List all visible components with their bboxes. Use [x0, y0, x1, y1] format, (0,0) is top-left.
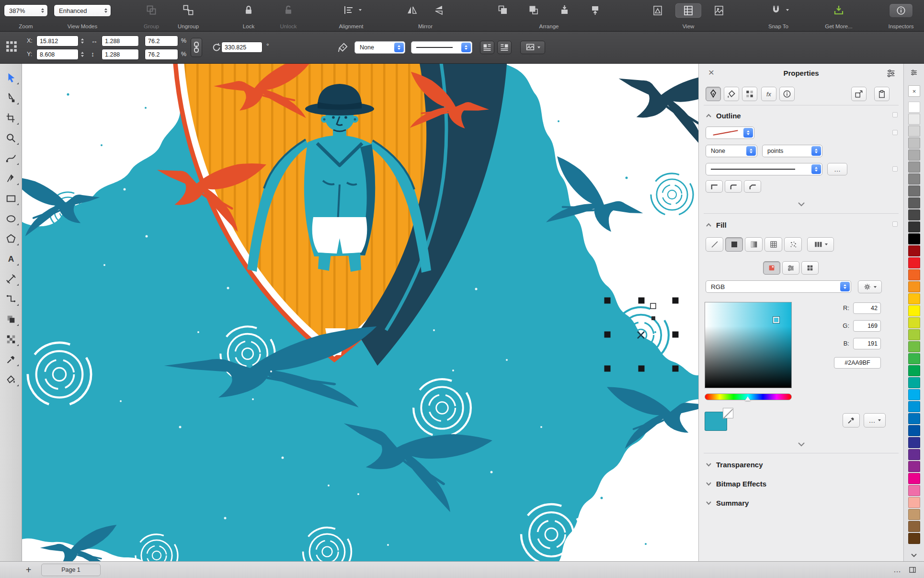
outline-units-select[interactable]: points [762, 145, 822, 157]
status-panel-toggle-icon[interactable] [909, 566, 916, 574]
tab-transparency[interactable] [742, 87, 757, 101]
fill-more-button[interactable]: … [864, 413, 886, 428]
outline-style-preview-select[interactable] [706, 127, 754, 139]
palette-swatch[interactable] [908, 353, 920, 364]
tab-clipboard[interactable] [874, 87, 890, 101]
fill-expander[interactable] [699, 442, 903, 447]
palette-swatch[interactable] [908, 401, 920, 412]
color-options-gear-select[interactable] [858, 280, 882, 293]
corner-round-button[interactable] [725, 180, 742, 193]
palette-swatch[interactable] [908, 293, 920, 304]
y-stepper[interactable] [79, 49, 86, 60]
wrap-text-alt-button[interactable] [497, 41, 512, 54]
fill-none-button[interactable] [706, 237, 723, 252]
forward-one-button[interactable] [557, 3, 572, 17]
palette-swatch[interactable] [908, 437, 920, 448]
tool-shape-button[interactable] [0, 88, 22, 108]
zoom-select[interactable]: 387% [4, 4, 48, 17]
palette-swatch[interactable] [908, 150, 920, 161]
palette-swatch[interactable] [908, 365, 920, 376]
tool-text-button[interactable]: A [0, 249, 22, 269]
palette-swatch[interactable] [908, 533, 920, 544]
fill-fountain-button[interactable] [745, 237, 763, 252]
tool-polygon-button[interactable] [0, 229, 22, 249]
palette-swatch[interactable] [908, 521, 920, 532]
palette-swatch[interactable] [908, 126, 920, 137]
palette-swatch[interactable] [908, 173, 920, 185]
palette-swatch[interactable] [908, 509, 920, 520]
view-modes-select[interactable]: Enhanced [54, 4, 111, 17]
palette-swatch[interactable] [908, 209, 920, 220]
g-channel-input[interactable] [853, 320, 881, 332]
fill-texture-button[interactable] [784, 237, 802, 252]
scale-height-input[interactable] [145, 49, 178, 60]
outline-expander[interactable] [699, 202, 903, 207]
palette-swatch[interactable] [908, 245, 920, 256]
palette-swatch[interactable] [908, 329, 920, 340]
palette-swatch[interactable] [908, 233, 920, 244]
no-fill-mini-swatch[interactable] [723, 408, 733, 418]
alignment-button[interactable]: Alignment [332, 0, 370, 31]
tab-summary[interactable] [779, 87, 795, 101]
tool-pick-button[interactable] [0, 68, 22, 88]
object-height-input[interactable] [102, 49, 139, 60]
palette-swatch[interactable] [908, 305, 920, 316]
palette-swatch[interactable] [908, 389, 920, 400]
fill-uniform-button[interactable] [725, 237, 743, 252]
node-handle-solid[interactable] [651, 316, 655, 320]
frame-options-select[interactable] [520, 41, 545, 54]
lock-ratio-button[interactable] [191, 38, 202, 57]
palette-swatch[interactable] [908, 425, 920, 436]
palette-swatch[interactable] [908, 461, 920, 472]
get-more-button[interactable]: Get More... [821, 0, 856, 31]
rotation-input[interactable] [221, 42, 262, 53]
palette-swatch[interactable] [908, 413, 920, 424]
outline-style-select[interactable] [411, 41, 472, 54]
palette-swatch[interactable] [908, 449, 920, 460]
object-width-input[interactable] [102, 35, 139, 46]
hue-slider[interactable] [705, 393, 792, 400]
snap-to-button[interactable]: Snap To [763, 0, 794, 31]
dock-options-icon[interactable] [886, 69, 896, 78]
x-input[interactable] [36, 35, 79, 46]
outline-settings-more-button[interactable]: … [827, 163, 847, 175]
tool-crop-button[interactable] [0, 108, 22, 128]
object-origin-icon[interactable] [4, 40, 19, 53]
tab-frame-export[interactable] [851, 87, 867, 101]
canvas[interactable] [22, 64, 698, 561]
corner-bevel-button[interactable] [744, 180, 761, 193]
tool-dimension-button[interactable] [0, 269, 22, 289]
scale-width-input[interactable] [145, 35, 178, 46]
bitmap-effects-section-header[interactable]: Bitmap Effects [699, 475, 903, 492]
tool-connector-button[interactable] [0, 289, 22, 309]
b-channel-input[interactable] [853, 338, 881, 349]
color-palettes-mode-button[interactable] [801, 261, 819, 275]
status-more-button[interactable]: … [893, 566, 901, 574]
palette-swatch[interactable] [908, 269, 920, 280]
page-tab[interactable]: Page 1 [41, 564, 101, 576]
palette-swatch[interactable] [908, 114, 920, 125]
palette-swatch[interactable] [908, 473, 920, 484]
tool-freehand-button[interactable] [0, 148, 22, 168]
tool-eyedropper-button[interactable] [0, 349, 22, 370]
wrap-text-button[interactable] [480, 41, 494, 54]
palette-options-icon[interactable] [904, 69, 924, 76]
palette-swatch[interactable] [908, 317, 920, 328]
no-color-swatch[interactable]: × [908, 85, 920, 97]
palette-swatch[interactable] [908, 185, 920, 197]
to-back-button[interactable] [526, 3, 541, 17]
tab-effects[interactable]: fx [761, 87, 776, 101]
back-one-button[interactable] [587, 3, 603, 17]
ungroup-button[interactable]: Ungroup [172, 0, 204, 31]
fill-pattern-button[interactable] [764, 237, 782, 252]
palette-swatch[interactable] [908, 221, 920, 232]
tab-fill[interactable] [724, 87, 739, 101]
palette-scroll-down-icon[interactable] [904, 553, 924, 557]
color-picker-cursor[interactable] [773, 317, 779, 323]
tool-rectangle-button[interactable] [0, 188, 22, 208]
color-model-select[interactable]: RGB [706, 280, 851, 293]
outline-width-select[interactable]: None [706, 145, 757, 157]
palette-swatch[interactable] [908, 341, 920, 352]
mirror-horizontal-button[interactable] [404, 3, 420, 17]
palette-swatch[interactable] [908, 138, 920, 149]
